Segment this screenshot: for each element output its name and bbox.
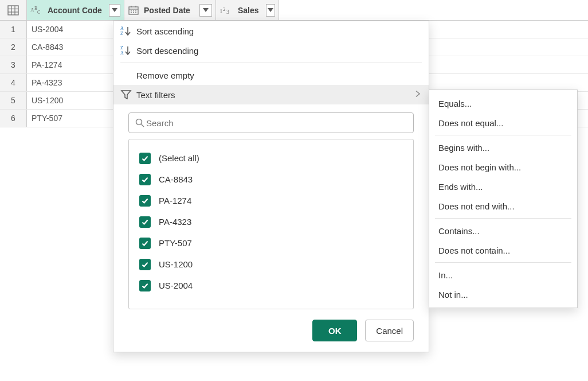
checkbox-checked-icon[interactable] bbox=[139, 216, 151, 228]
column-header-row: A B C Account Code Posted Date bbox=[0, 0, 588, 21]
cell-account[interactable]: PTY-507 bbox=[27, 110, 124, 127]
checkbox-checked-icon[interactable] bbox=[139, 238, 151, 249]
column-filter-dropdown: A Z Sort ascending Z A Sort descending R… bbox=[113, 21, 429, 352]
date-type-icon bbox=[128, 5, 139, 15]
cell-account[interactable]: US-1200 bbox=[27, 92, 124, 109]
text-filter-not-contain[interactable]: Does not contain... bbox=[429, 240, 577, 260]
row-number: 3 bbox=[0, 56, 27, 73]
row-number: 2 bbox=[0, 38, 27, 56]
row-number: 1 bbox=[0, 21, 27, 38]
column-header-account[interactable]: A B C Account Code bbox=[27, 0, 124, 20]
submenu-label: Does not contain... bbox=[438, 246, 510, 255]
menu-label: Remove empty bbox=[136, 71, 194, 80]
submenu-label: Not in... bbox=[438, 290, 468, 300]
column-filter-button-posted[interactable] bbox=[199, 4, 212, 17]
submenu-label: Contains... bbox=[438, 226, 480, 236]
cell-account[interactable]: CA-8843 bbox=[27, 38, 124, 56]
filter-value-item[interactable]: US-1200 bbox=[139, 254, 403, 275]
svg-point-16 bbox=[133, 12, 134, 13]
svg-text:A: A bbox=[30, 7, 34, 13]
checkbox-checked-icon[interactable] bbox=[139, 174, 151, 185]
text-filter-equals[interactable]: Equals... bbox=[429, 94, 577, 113]
cell-account[interactable]: PA-4323 bbox=[27, 74, 124, 91]
svg-text:A: A bbox=[120, 50, 124, 56]
text-filters-submenu: Equals... Does not equal... Begins with.… bbox=[429, 90, 578, 308]
search-icon bbox=[135, 118, 145, 128]
sort-desc-icon: Z A bbox=[120, 45, 136, 56]
cancel-button[interactable]: Cancel bbox=[365, 320, 414, 341]
menu-remove-empty[interactable]: Remove empty bbox=[113, 65, 429, 85]
submenu-label: Begins with... bbox=[438, 143, 489, 153]
checkbox-checked-icon[interactable] bbox=[139, 280, 151, 291]
select-all-corner[interactable] bbox=[0, 0, 27, 20]
ok-button[interactable]: OK bbox=[312, 320, 357, 341]
filter-value-label: PA-4323 bbox=[159, 217, 191, 227]
submenu-label: Ends with... bbox=[438, 182, 483, 192]
text-filter-not-begin-with[interactable]: Does not begin with... bbox=[429, 157, 577, 177]
text-filter-not-equal[interactable]: Does not equal... bbox=[429, 113, 577, 133]
filter-value-select-all[interactable]: (Select all) bbox=[139, 147, 403, 169]
filter-value-label: US-2004 bbox=[159, 281, 193, 290]
row-number: 4 bbox=[0, 74, 27, 91]
submenu-label: Does not equal... bbox=[438, 118, 503, 128]
column-label: Account Code bbox=[43, 6, 107, 15]
svg-text:Z: Z bbox=[120, 45, 123, 50]
menu-separator bbox=[120, 63, 422, 63]
submenu-label: In... bbox=[438, 270, 453, 280]
filter-icon bbox=[120, 90, 136, 100]
text-filter-contains[interactable]: Contains... bbox=[429, 221, 577, 240]
menu-label: Sort descending bbox=[136, 46, 198, 56]
menu-sort-ascending[interactable]: A Z Sort ascending bbox=[113, 21, 429, 41]
svg-text:2: 2 bbox=[223, 6, 226, 12]
text-filter-in[interactable]: In... bbox=[429, 265, 577, 285]
svg-rect-0 bbox=[8, 6, 18, 15]
filter-value-item[interactable]: CA-8843 bbox=[139, 169, 403, 190]
filter-values-panel: (Select all) CA-8843 PA-1274 PA-4323 PTY… bbox=[128, 139, 414, 309]
svg-point-28 bbox=[136, 119, 142, 125]
checkbox-checked-icon[interactable] bbox=[139, 195, 151, 207]
chevron-right-icon bbox=[415, 90, 421, 100]
text-filter-not-end-with[interactable]: Does not end with... bbox=[429, 196, 577, 216]
submenu-label: Does not end with... bbox=[438, 201, 515, 211]
column-header-posted[interactable]: Posted Date bbox=[124, 0, 216, 20]
svg-text:1: 1 bbox=[219, 7, 223, 14]
search-input[interactable] bbox=[145, 118, 407, 129]
menu-separator bbox=[435, 218, 571, 219]
filter-value-label: PA-1274 bbox=[159, 196, 191, 205]
filter-value-item[interactable]: US-2004 bbox=[139, 275, 403, 296]
dialog-button-row: OK Cancel bbox=[113, 320, 414, 341]
sort-asc-icon: A Z bbox=[120, 25, 136, 37]
text-filter-begins-with[interactable]: Begins with... bbox=[429, 138, 577, 157]
svg-point-15 bbox=[131, 12, 132, 13]
svg-text:Z: Z bbox=[120, 31, 123, 36]
column-filter-button-sales[interactable] bbox=[266, 4, 275, 17]
column-label: Posted Date bbox=[139, 6, 195, 15]
filter-value-label: CA-8843 bbox=[159, 174, 193, 184]
submenu-label: Equals... bbox=[438, 99, 472, 108]
submenu-label: Does not begin with... bbox=[438, 162, 521, 172]
table-icon bbox=[7, 5, 19, 15]
filter-value-label: US-1200 bbox=[159, 259, 193, 269]
checkbox-checked-icon[interactable] bbox=[139, 259, 151, 270]
filter-value-item[interactable]: PA-1274 bbox=[139, 190, 403, 211]
svg-point-17 bbox=[135, 12, 136, 13]
filter-value-item[interactable]: PA-4323 bbox=[139, 211, 403, 232]
menu-sort-descending[interactable]: Z A Sort descending bbox=[113, 41, 429, 60]
text-filter-ends-with[interactable]: Ends with... bbox=[429, 177, 577, 196]
cell-account[interactable]: PA-1274 bbox=[27, 56, 124, 73]
checkbox-checked-icon[interactable] bbox=[139, 153, 151, 164]
column-label: Sales bbox=[233, 6, 264, 15]
cell-account[interactable]: US-2004 bbox=[27, 21, 124, 38]
menu-label: Sort ascending bbox=[136, 26, 194, 36]
svg-point-12 bbox=[131, 10, 132, 11]
column-filter-button-account[interactable] bbox=[109, 4, 120, 17]
svg-text:3: 3 bbox=[226, 9, 229, 15]
column-header-sales[interactable]: 1 2 3 Sales bbox=[216, 0, 279, 20]
menu-label: Text filters bbox=[136, 90, 175, 100]
search-box[interactable] bbox=[128, 112, 414, 133]
filter-value-item[interactable]: PTY-507 bbox=[139, 232, 403, 254]
menu-text-filters[interactable]: Text filters bbox=[113, 85, 429, 104]
row-number: 6 bbox=[0, 110, 27, 127]
text-filter-not-in[interactable]: Not in... bbox=[429, 285, 577, 304]
filter-value-label: PTY-507 bbox=[159, 238, 192, 248]
